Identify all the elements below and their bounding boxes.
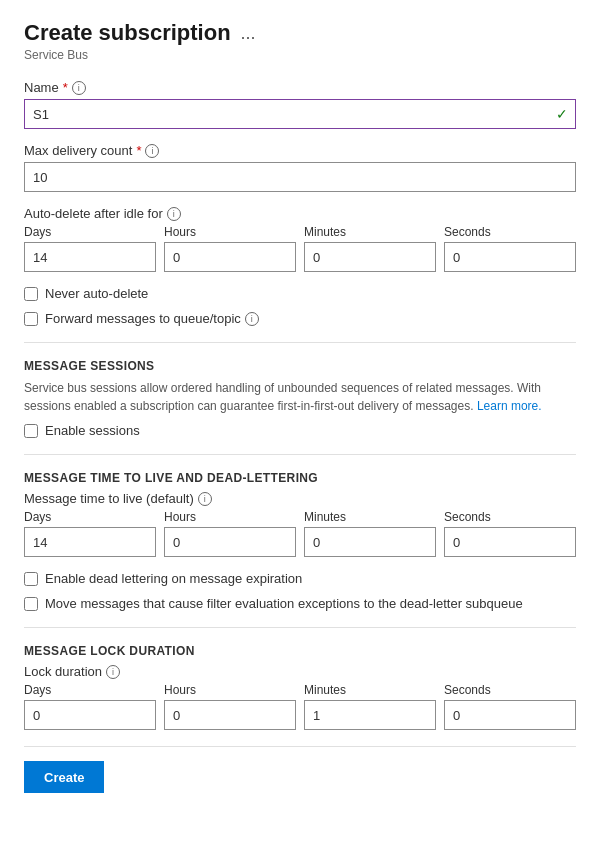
auto-delete-minutes-input[interactable] [304,242,436,272]
enable-sessions-checkbox[interactable] [24,424,38,438]
ttl-minutes: Minutes [304,510,436,557]
lock-days: Days [24,683,156,730]
never-auto-delete-label: Never auto-delete [45,286,148,301]
ttl-hours-input[interactable] [164,527,296,557]
filter-exceptions-checkbox[interactable] [24,597,38,611]
ttl-seconds-input[interactable] [444,527,576,557]
lock-minutes-input[interactable] [304,700,436,730]
ttl-label: Message time to live (default) i [24,491,576,506]
lock-duration-field-group: Lock duration i Days Hours Minutes Secon… [24,664,576,730]
lock-seconds-input[interactable] [444,700,576,730]
auto-delete-label: Auto-delete after idle for i [24,206,576,221]
name-info-icon[interactable]: i [72,81,86,95]
auto-delete-days: Days [24,225,156,272]
auto-delete-field-group: Auto-delete after idle for i Days Hours … [24,206,576,272]
filter-exceptions-label: Move messages that cause filter evaluati… [45,596,523,611]
message-sessions-learn-more[interactable]: Learn more. [477,399,542,413]
lock-duration-section: MESSAGE LOCK DURATION Lock duration i Da… [24,644,576,730]
forward-messages-info-icon[interactable]: i [245,312,259,326]
enable-sessions-label: Enable sessions [45,423,140,438]
name-label: Name * i [24,80,576,95]
auto-delete-hours-input[interactable] [164,242,296,272]
dead-letter-checkbox[interactable] [24,572,38,586]
dead-letter-label: Enable dead lettering on message expirat… [45,571,302,586]
dead-letter-row: Enable dead lettering on message expirat… [24,571,576,586]
ellipsis-menu-icon[interactable]: ... [241,23,256,44]
lock-days-input[interactable] [24,700,156,730]
ttl-seconds: Seconds [444,510,576,557]
message-sessions-heading: MESSAGE SESSIONS [24,359,576,373]
auto-delete-grid: Days Hours Minutes Seconds [24,225,576,272]
bottom-bar: Create [24,746,576,793]
page-title: Create subscription [24,20,231,46]
required-star: * [63,80,68,95]
never-auto-delete-checkbox[interactable] [24,287,38,301]
ttl-hours: Hours [164,510,296,557]
divider-1 [24,342,576,343]
ttl-minutes-input[interactable] [304,527,436,557]
message-sessions-description: Service bus sessions allow ordered handl… [24,379,576,415]
lock-duration-info-icon[interactable]: i [106,665,120,679]
ttl-days: Days [24,510,156,557]
auto-delete-hours: Hours [164,225,296,272]
lock-hours: Hours [164,683,296,730]
lock-duration-label: Lock duration i [24,664,576,679]
name-check-icon: ✓ [556,106,568,122]
auto-delete-days-input[interactable] [24,242,156,272]
name-field-group: Name * i ✓ [24,80,576,129]
max-delivery-info-icon[interactable]: i [145,144,159,158]
forward-messages-checkbox[interactable] [24,312,38,326]
name-input-wrapper: ✓ [24,99,576,129]
lock-duration-heading: MESSAGE LOCK DURATION [24,644,576,658]
divider-3 [24,627,576,628]
message-sessions-section: MESSAGE SESSIONS Service bus sessions al… [24,359,576,438]
auto-delete-seconds: Seconds [444,225,576,272]
ttl-days-input[interactable] [24,527,156,557]
lock-hours-input[interactable] [164,700,296,730]
never-auto-delete-row: Never auto-delete [24,286,576,301]
filter-exceptions-row: Move messages that cause filter evaluati… [24,596,576,611]
lock-seconds: Seconds [444,683,576,730]
ttl-field-group: Message time to live (default) i Days Ho… [24,491,576,557]
ttl-info-icon[interactable]: i [198,492,212,506]
enable-sessions-row: Enable sessions [24,423,576,438]
forward-messages-row: Forward messages to queue/topic i [24,311,576,326]
name-input[interactable] [24,99,576,129]
divider-2 [24,454,576,455]
max-delivery-label: Max delivery count * i [24,143,576,158]
create-button[interactable]: Create [24,761,104,793]
message-ttl-heading: MESSAGE TIME TO LIVE AND DEAD-LETTERING [24,471,576,485]
max-delivery-required-star: * [136,143,141,158]
max-delivery-input[interactable] [24,162,576,192]
auto-delete-minutes: Minutes [304,225,436,272]
auto-delete-info-icon[interactable]: i [167,207,181,221]
page-subtitle: Service Bus [24,48,576,62]
max-delivery-field-group: Max delivery count * i [24,143,576,192]
message-ttl-section: MESSAGE TIME TO LIVE AND DEAD-LETTERING … [24,471,576,611]
ttl-grid: Days Hours Minutes Seconds [24,510,576,557]
lock-minutes: Minutes [304,683,436,730]
auto-delete-seconds-input[interactable] [444,242,576,272]
lock-duration-grid: Days Hours Minutes Seconds [24,683,576,730]
forward-messages-label: Forward messages to queue/topic i [45,311,259,326]
